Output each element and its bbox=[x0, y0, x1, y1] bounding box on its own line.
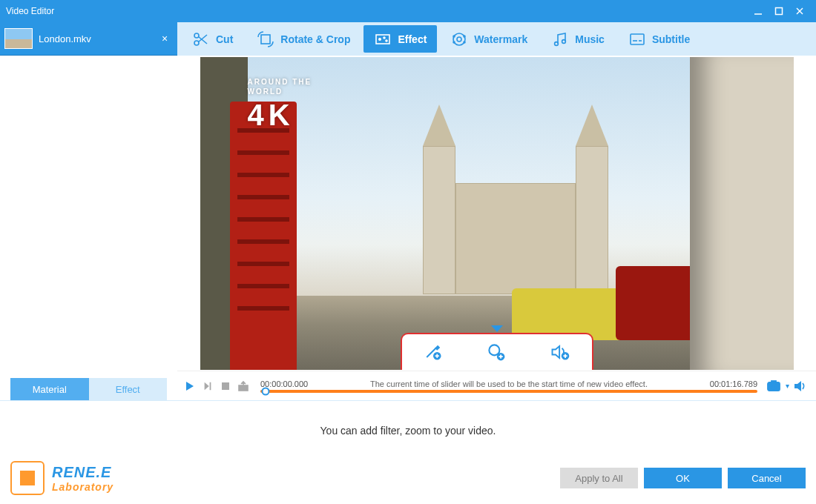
tool-label: Effect bbox=[398, 33, 427, 45]
minimize-button[interactable] bbox=[748, 4, 769, 19]
svg-rect-38 bbox=[210, 382, 211, 390]
crop-rotate-icon bbox=[257, 30, 274, 48]
svg-rect-8 bbox=[261, 35, 270, 44]
svg-point-18 bbox=[464, 42, 465, 43]
tool-label: Cut bbox=[216, 33, 233, 45]
scissors-icon bbox=[192, 30, 210, 48]
stop-button[interactable] bbox=[217, 378, 234, 394]
svg-rect-43 bbox=[771, 381, 776, 383]
snapshot-chevron-icon[interactable]: ▾ bbox=[786, 382, 789, 390]
step-button[interactable] bbox=[200, 378, 216, 394]
close-window-button[interactable] bbox=[789, 4, 810, 19]
watermark-stamp-icon bbox=[450, 30, 468, 48]
svg-point-28 bbox=[490, 345, 500, 355]
maximize-button[interactable] bbox=[769, 4, 789, 19]
subtitle-icon bbox=[628, 30, 646, 48]
add-zoom-button[interactable] bbox=[485, 341, 507, 363]
svg-rect-9 bbox=[376, 35, 389, 44]
svg-point-20 bbox=[562, 39, 566, 43]
ok-button[interactable]: OK bbox=[644, 468, 722, 488]
brand-line2: Laboratory bbox=[52, 481, 113, 493]
svg-point-11 bbox=[384, 37, 385, 39]
phonebox-graphic bbox=[230, 102, 297, 370]
tab-material[interactable]: Material bbox=[10, 378, 89, 400]
time-current: 00:00:00.000 bbox=[260, 379, 308, 388]
svg-point-19 bbox=[555, 42, 559, 45]
cancel-button[interactable]: Cancel bbox=[728, 468, 806, 488]
time-total: 00:01:16.789 bbox=[710, 379, 757, 388]
svg-point-17 bbox=[453, 42, 455, 43]
video-preview[interactable]: AROUND THE WORLD 4K bbox=[200, 57, 794, 370]
sidebar: London.mkv × Material Effect bbox=[0, 22, 177, 400]
timeline-knob[interactable] bbox=[261, 387, 269, 395]
info-message: You can add filter, zoom to your video. bbox=[0, 401, 816, 460]
svg-point-16 bbox=[464, 36, 465, 37]
brand-line1: RENE.E bbox=[52, 464, 113, 481]
svg-rect-1 bbox=[776, 8, 783, 15]
export-frame-button[interactable] bbox=[235, 378, 251, 394]
svg-point-12 bbox=[386, 40, 387, 42]
tab-effect[interactable]: Effect bbox=[89, 378, 168, 400]
volume-button[interactable] bbox=[792, 378, 809, 394]
effect-sparkle-icon bbox=[374, 30, 392, 48]
tool-label: Rotate & Crop bbox=[280, 33, 350, 45]
add-volume-button[interactable] bbox=[549, 341, 571, 363]
timeline-hint: The current time of slider will be used … bbox=[308, 379, 710, 388]
tool-label: Music bbox=[575, 33, 605, 45]
svg-point-42 bbox=[771, 384, 776, 388]
music-note-icon bbox=[551, 30, 569, 48]
tool-label: Watermark bbox=[474, 33, 527, 45]
apply-to-all-button[interactable]: Apply to All bbox=[560, 468, 638, 488]
preview-watermark: AROUND THE WORLD 4K bbox=[248, 78, 312, 133]
tool-label: Subtitle bbox=[652, 33, 690, 45]
svg-rect-39 bbox=[222, 382, 229, 390]
svg-point-13 bbox=[453, 33, 465, 45]
tool-subtitle[interactable]: Subtitle bbox=[618, 25, 700, 53]
playback-controls: 00:00:00.000 The current time of slider … bbox=[177, 371, 816, 400]
timeline-slider[interactable] bbox=[260, 390, 757, 393]
title-bar: Video Editor bbox=[0, 0, 816, 22]
sidebar-body bbox=[0, 56, 177, 378]
plus-logo-icon bbox=[10, 461, 45, 495]
brand-logo: RENE.E Laboratory bbox=[10, 461, 113, 495]
main-toolbar: Cut Rotate & Crop Effect Watermark Music… bbox=[177, 22, 816, 56]
effect-quickbar bbox=[401, 333, 593, 370]
play-button[interactable] bbox=[182, 378, 198, 394]
svg-point-14 bbox=[457, 37, 461, 42]
sidebar-tabs: Material Effect bbox=[10, 378, 167, 400]
close-file-icon[interactable]: × bbox=[158, 33, 171, 44]
tool-rotate-crop[interactable]: Rotate & Crop bbox=[246, 25, 361, 53]
add-filter-button[interactable] bbox=[422, 341, 444, 363]
tool-music[interactable]: Music bbox=[541, 25, 615, 53]
file-thumbnail bbox=[4, 28, 33, 49]
svg-marker-36 bbox=[186, 382, 194, 391]
svg-marker-37 bbox=[205, 382, 209, 390]
svg-point-10 bbox=[379, 38, 381, 39]
snapshot-button[interactable] bbox=[766, 378, 783, 394]
tool-effect[interactable]: Effect bbox=[363, 25, 437, 53]
svg-point-15 bbox=[453, 36, 455, 37]
window-title: Video Editor bbox=[6, 6, 748, 16]
file-name: London.mkv bbox=[39, 33, 158, 44]
svg-rect-21 bbox=[631, 34, 644, 44]
tool-cut[interactable]: Cut bbox=[182, 25, 243, 53]
file-tab[interactable]: London.mkv × bbox=[0, 22, 177, 56]
tool-watermark[interactable]: Watermark bbox=[440, 25, 538, 53]
